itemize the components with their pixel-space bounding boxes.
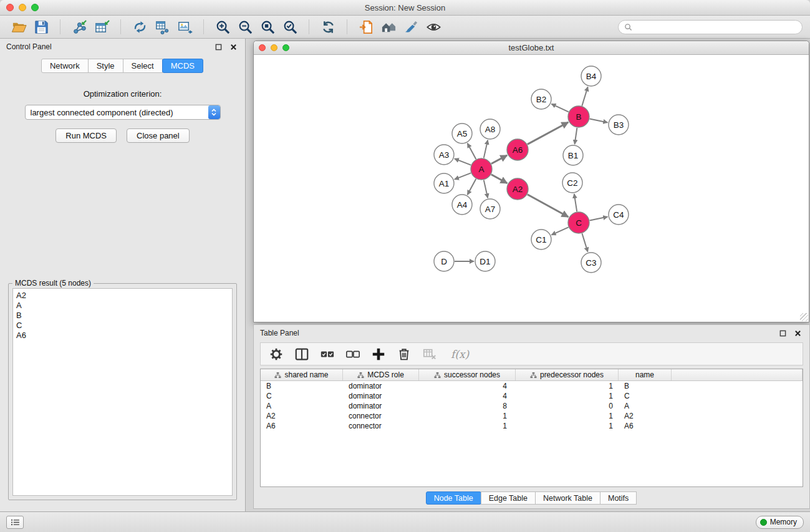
graph-node-B2[interactable]: B2 bbox=[531, 89, 551, 109]
graph-node-A2[interactable]: A2 bbox=[507, 178, 528, 200]
graph-edge-A-A6[interactable] bbox=[491, 155, 507, 164]
graph-edge-B-B1[interactable] bbox=[575, 128, 577, 144]
graph-node-C2[interactable]: C2 bbox=[562, 173, 582, 193]
graph-edge-A-A1[interactable] bbox=[455, 173, 471, 179]
graph-node-A7[interactable]: A7 bbox=[480, 199, 500, 219]
open-document-button[interactable] bbox=[355, 17, 377, 37]
search-input[interactable] bbox=[635, 22, 796, 31]
paint-button[interactable] bbox=[400, 17, 422, 37]
memory-button[interactable]: Memory bbox=[756, 516, 804, 529]
cell-name[interactable]: A2 bbox=[619, 411, 672, 421]
zoom-selected-button[interactable] bbox=[279, 17, 301, 37]
refresh-button[interactable] bbox=[317, 17, 339, 37]
graph-node-B4[interactable]: B4 bbox=[581, 66, 601, 86]
graph-edge-C-C1[interactable] bbox=[551, 227, 568, 235]
tab-node-table[interactable]: Node Table bbox=[426, 491, 481, 505]
tab-mcds[interactable]: MCDS bbox=[162, 59, 203, 73]
cell-predecessor-nodes[interactable]: 1 bbox=[516, 421, 619, 431]
tab-network-table[interactable]: Network Table bbox=[535, 491, 600, 505]
minimize-window-button[interactable] bbox=[19, 4, 26, 11]
graph-edge-A-A3[interactable] bbox=[455, 158, 471, 165]
graph-edge-C-C4[interactable] bbox=[590, 217, 608, 221]
window-resize-grip[interactable] bbox=[800, 313, 808, 321]
zoom-network-window-button[interactable] bbox=[282, 44, 289, 51]
column-header-mcds-role[interactable]: MCDS role bbox=[343, 369, 419, 380]
cell-name[interactable]: B bbox=[619, 381, 672, 391]
graph-node-C[interactable]: C bbox=[568, 212, 589, 233]
cell-shared-name[interactable]: A2 bbox=[261, 411, 343, 421]
mcds-result-item[interactable]: A6 bbox=[16, 331, 229, 341]
network-graph[interactable]: B4B2BB3B1A5A8A6A3AA1A2C2A4A7C4CC1C3DD1 bbox=[254, 55, 809, 322]
cell-shared-name[interactable]: C bbox=[261, 391, 343, 401]
table-row[interactable]: A2 connector 1 1 A2 bbox=[261, 411, 803, 421]
close-panel-action-button[interactable]: Close panel bbox=[127, 128, 190, 143]
tab-select[interactable]: Select bbox=[123, 59, 163, 73]
float-panel-button[interactable] bbox=[213, 41, 224, 52]
cell-successor-nodes[interactable]: 4 bbox=[419, 391, 516, 401]
cell-predecessor-nodes[interactable]: 1 bbox=[516, 391, 619, 401]
table-row[interactable]: B dominator 4 1 B bbox=[261, 381, 803, 391]
table-row[interactable]: C dominator 4 1 C bbox=[261, 391, 803, 401]
cell-successor-nodes[interactable]: 4 bbox=[419, 381, 516, 391]
graph-edge-B-B2[interactable] bbox=[551, 104, 568, 112]
graph-edge-A-A5[interactable] bbox=[468, 143, 476, 159]
column-header-name[interactable]: name bbox=[619, 369, 672, 380]
cell-shared-name[interactable]: A6 bbox=[261, 421, 343, 431]
import-table-button[interactable] bbox=[90, 17, 113, 37]
graph-node-C1[interactable]: C1 bbox=[531, 230, 551, 249]
graph-edge-A2-C[interactable] bbox=[528, 195, 569, 217]
mcds-result-item[interactable]: C bbox=[16, 321, 229, 331]
show-columns-button[interactable] bbox=[294, 346, 310, 362]
cell-successor-nodes[interactable]: 1 bbox=[419, 411, 516, 421]
select-all-columns-button[interactable] bbox=[319, 346, 335, 362]
open-session-button[interactable] bbox=[7, 17, 30, 37]
export-image-button[interactable] bbox=[173, 17, 196, 37]
graph-edge-B-B3[interactable] bbox=[590, 119, 608, 123]
cell-mcds-role[interactable]: dominator bbox=[343, 401, 419, 411]
graph-node-B3[interactable]: B3 bbox=[609, 115, 629, 135]
tab-edge-table[interactable]: Edge Table bbox=[481, 491, 536, 505]
clone-network-button[interactable] bbox=[128, 17, 151, 37]
close-panel-button[interactable] bbox=[228, 41, 239, 52]
graph-edge-A6-B[interactable] bbox=[528, 122, 569, 144]
cell-mcds-role[interactable]: dominator bbox=[343, 381, 419, 391]
cell-shared-name[interactable]: B bbox=[261, 381, 343, 391]
cell-predecessor-nodes[interactable]: 1 bbox=[516, 381, 619, 391]
network-canvas[interactable]: B4B2BB3B1A5A8A6A3AA1A2C2A4A7C4CC1C3DD1 bbox=[254, 55, 809, 322]
cell-predecessor-nodes[interactable]: 0 bbox=[516, 401, 619, 411]
table-row[interactable]: A6 connector 1 1 A6 bbox=[261, 421, 803, 431]
close-table-panel-button[interactable] bbox=[792, 327, 803, 339]
zoom-out-button[interactable] bbox=[234, 17, 256, 37]
graph-edge-C-C3[interactable] bbox=[582, 233, 587, 252]
zoom-window-button[interactable] bbox=[31, 4, 39, 11]
zoom-fit-button[interactable] bbox=[256, 17, 279, 37]
graph-node-B1[interactable]: B1 bbox=[563, 145, 583, 165]
cell-successor-nodes[interactable]: 1 bbox=[419, 421, 516, 431]
clear-selection-button[interactable] bbox=[345, 346, 361, 362]
table-row[interactable]: A dominator 8 0 A bbox=[261, 401, 803, 411]
graph-node-C3[interactable]: C3 bbox=[581, 253, 601, 273]
cell-predecessor-nodes[interactable]: 1 bbox=[516, 411, 619, 421]
show-graphics-details-button[interactable] bbox=[422, 17, 445, 37]
graph-node-A6[interactable]: A6 bbox=[507, 139, 528, 160]
graph-node-A[interactable]: A bbox=[471, 158, 492, 180]
cell-mcds-role[interactable]: connector bbox=[343, 411, 419, 421]
function-builder-button[interactable]: f(x) bbox=[451, 348, 469, 360]
column-header-predecessor-nodes[interactable]: predecessor nodes bbox=[516, 369, 619, 380]
close-network-window-button[interactable] bbox=[259, 44, 266, 51]
graph-edge-A-A2[interactable] bbox=[491, 175, 508, 183]
graph-edge-A-A8[interactable] bbox=[484, 140, 488, 158]
mcds-result-list[interactable]: A2 A B C A6 bbox=[12, 288, 233, 496]
graph-node-B[interactable]: B bbox=[568, 106, 589, 127]
cell-mcds-role[interactable]: connector bbox=[343, 421, 419, 431]
add-column-button[interactable] bbox=[370, 346, 387, 362]
cell-name[interactable]: A bbox=[619, 401, 672, 411]
graph-node-A1[interactable]: A1 bbox=[434, 173, 454, 193]
graph-edge-B-B4[interactable] bbox=[582, 87, 587, 106]
network-from-table-button[interactable] bbox=[151, 17, 173, 37]
graph-node-D1[interactable]: D1 bbox=[475, 251, 495, 271]
search-field[interactable] bbox=[618, 20, 803, 34]
cell-shared-name[interactable]: A bbox=[261, 401, 343, 411]
minimize-network-window-button[interactable] bbox=[271, 44, 277, 51]
first-neighbors-button[interactable] bbox=[377, 17, 400, 37]
